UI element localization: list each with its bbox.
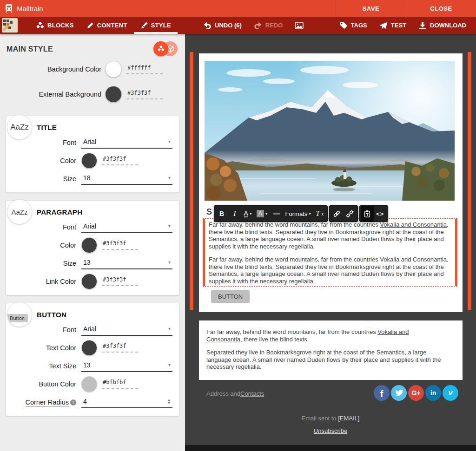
paragraph-link-color-swatch[interactable]	[81, 274, 97, 289]
title-size-select[interactable]: 18 ▾	[81, 173, 172, 185]
button-text-color-swatch[interactable]	[81, 340, 97, 356]
paragraph-color-swatch[interactable]	[81, 237, 97, 253]
title-card-heading: TITLE	[6, 116, 179, 133]
section-heading[interactable]: S	[206, 207, 212, 217]
formats-dropdown[interactable]: Formats ▾	[283, 206, 313, 222]
tab-content[interactable]: CONTENT	[80, 17, 134, 34]
stepper-down-icon[interactable]: ▼	[167, 401, 171, 405]
blocks-toggle-icon	[158, 46, 165, 52]
blocks-icon	[36, 22, 44, 29]
button-text-size-row: Text Size 13 ▾	[6, 357, 179, 375]
external-background-row: External Background #3f3f3f	[0, 85, 185, 104]
facebook-icon[interactable]: f	[374, 385, 390, 401]
tab-style[interactable]: STYLE	[134, 17, 178, 34]
paragraph-badge: AaZz	[7, 199, 32, 224]
external-background-hex[interactable]: #3f3f3f	[126, 90, 163, 99]
help-icon[interactable]: ?	[70, 399, 76, 405]
close-button[interactable]: CLOSE	[406, 0, 476, 17]
italic-button[interactable]: I	[228, 206, 241, 222]
linkedin-icon[interactable]: in	[425, 385, 441, 401]
block-selection-bar-right[interactable]	[468, 52, 471, 310]
tags-label: TAGS	[351, 22, 367, 29]
pencil-icon	[87, 22, 94, 29]
clear-formatting-button[interactable]: Tx	[313, 206, 326, 222]
preview-bottom-strip	[185, 445, 476, 451]
title-color-row: Color #3f3f3f	[6, 151, 179, 170]
horizontal-rule-button[interactable]: —	[270, 206, 283, 222]
template-thumbnail[interactable]	[2, 18, 18, 33]
chevron-down-icon: ▾	[168, 175, 171, 180]
paragraph-size-select[interactable]: 13 ▾	[81, 257, 172, 269]
title-size-row: Size 18 ▾	[6, 170, 179, 188]
twitter-icon[interactable]	[391, 385, 407, 401]
block-selection-bar-left[interactable]	[190, 52, 193, 310]
button-font-row: Font Arial ▾	[6, 320, 179, 339]
background-color-swatch[interactable]	[105, 61, 122, 78]
button-text-color-hex[interactable]: #3f3f3f	[102, 343, 138, 353]
paragraph-style-card: AaZz PARAGRAPH Font Arial ▾ Color #3f3f3…	[6, 200, 179, 295]
save-button[interactable]: SAVE	[336, 0, 406, 17]
format-group: B I A ▾ A ▾ — Formats ▾	[214, 205, 328, 222]
corner-radius-label: Corner Radius?	[6, 399, 81, 406]
unlink-icon	[346, 210, 354, 218]
chevron-down-icon: ▾	[168, 326, 171, 331]
paragraph-2: Far far away, behind the word mountains,…	[209, 256, 451, 285]
button-color-swatch[interactable]	[81, 376, 97, 392]
paragraph-font-select[interactable]: Arial ▾	[81, 221, 172, 233]
tab-blocks[interactable]: BLOCKS	[30, 17, 80, 34]
text-color-button[interactable]: A ▾	[241, 206, 254, 222]
email-secondary-block[interactable]: Far far away, behind the word mountains,…	[199, 320, 463, 380]
button-text-color-label: Text Color	[6, 344, 81, 352]
redo-button[interactable]: REDO	[248, 17, 289, 34]
paragraph-size-row: Size 13 ▾	[6, 254, 179, 272]
vimeo-icon[interactable]: v	[443, 385, 458, 401]
paste-button[interactable]	[361, 206, 374, 222]
tags-button[interactable]: TAGS	[333, 17, 373, 34]
editable-text-block[interactable]: Far far away, behind the word mountains,…	[203, 218, 457, 287]
button-font-select[interactable]: Arial ▾	[81, 324, 172, 336]
corner-radius-input[interactable]: 4 ▲ ▼	[81, 396, 172, 408]
title-font-select[interactable]: Arial ▾	[81, 137, 172, 149]
vokalia-link[interactable]: Vokalia and Consonantia	[380, 221, 447, 228]
source-code-button[interactable]: <>	[374, 206, 387, 222]
undo-button[interactable]: UNDO (6)	[197, 17, 248, 34]
undo-icon	[203, 21, 212, 29]
googleplus-icon[interactable]: G+	[408, 385, 424, 401]
remove-link-button[interactable]	[344, 206, 357, 222]
download-button[interactable]: DOWNLOAD	[412, 17, 472, 34]
highlight-color-button[interactable]: A ▾	[254, 206, 270, 222]
main-style-header: MAIN STYLE	[0, 34, 185, 53]
text-color-icon: A	[244, 210, 248, 217]
title-size-value: 18	[83, 174, 91, 182]
number-stepper[interactable]: ▲ ▼	[167, 398, 171, 405]
button-text-size-select[interactable]: 13 ▾	[81, 360, 172, 372]
paragraph-color-hex[interactable]: #3f3f3f	[102, 240, 138, 250]
external-background-swatch[interactable]	[105, 86, 122, 103]
mosaic-thumbnail-icon	[3, 19, 17, 32]
test-button[interactable]: TEST	[373, 17, 412, 34]
button-text-size-value: 13	[83, 361, 91, 369]
stepper-up-icon[interactable]: ▲	[167, 398, 171, 401]
editor-nav-bar: BLOCKS CONTENT STYLE	[0, 17, 476, 34]
gallery-button[interactable]	[289, 17, 310, 34]
actions-group: TAGS TEST DOWNLOAD	[333, 17, 476, 34]
button-color-hex[interactable]: #bfbfbf	[102, 379, 138, 389]
title-color-hex[interactable]: #3f3f3f	[102, 156, 138, 165]
button-style-card: Button BUTTON Font Arial ▾ Text Color #3…	[6, 303, 179, 416]
mountain-lake-photo[interactable]	[205, 61, 455, 201]
button-font-value: Arial	[83, 325, 96, 333]
title-font-value: Arial	[83, 138, 96, 145]
top-bar: Mailtrain SAVE CLOSE	[0, 0, 476, 17]
unsubscribe-link[interactable]: Unsubscribe	[314, 427, 347, 434]
title-color-swatch[interactable]	[81, 153, 97, 169]
paragraph-font-value: Arial	[83, 222, 96, 230]
background-color-hex[interactable]: #ffffff	[126, 65, 163, 74]
preview-cta-button[interactable]: BUTTON	[211, 290, 250, 303]
insert-link-button[interactable]	[331, 206, 344, 222]
paper-plane-icon	[379, 22, 388, 29]
contacts-link[interactable]: Contacts	[240, 390, 264, 397]
bold-button[interactable]: B	[215, 206, 228, 222]
paragraph-link-color-hex[interactable]: #3f3f3f	[102, 276, 138, 286]
blocks-style-toggle[interactable]	[153, 41, 168, 56]
email-token-link[interactable]: [EMAIL]	[338, 415, 359, 422]
